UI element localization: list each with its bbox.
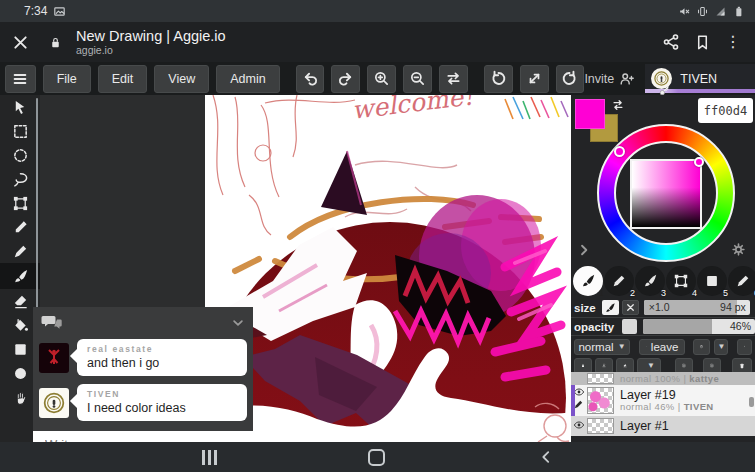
trash-icon [739, 360, 745, 372]
main-menu-button[interactable] [5, 65, 36, 93]
battery-icon [732, 5, 745, 18]
invite-label: Invite [584, 72, 614, 86]
lasso-icon [12, 171, 29, 188]
toolbar-scrollbar[interactable] [36, 98, 38, 330]
back-button[interactable] [538, 449, 554, 465]
zoom-in-button[interactable] [367, 65, 396, 93]
user-chip-tiven[interactable]: TIVEN [645, 64, 755, 93]
tool-slot-4-transform[interactable]: 4 [666, 266, 696, 296]
screenshot-icon [53, 5, 66, 18]
size-row: size ×1.0 94 px [571, 299, 755, 316]
opacity-label: opacity [571, 321, 614, 333]
undo-icon [302, 70, 319, 87]
menu-admin[interactable]: Admin [216, 65, 279, 93]
duplicate-layer-button[interactable] [693, 339, 710, 355]
invite-button[interactable]: Invite [584, 71, 635, 87]
opacity-value: 46% [730, 320, 751, 332]
caret-down-icon: ▼ [717, 342, 725, 351]
hue-selector[interactable] [614, 146, 625, 157]
color-and-layers-panel: ff00d4 1 [571, 95, 755, 442]
tool-pencil[interactable] [0, 239, 40, 263]
blend-mode-dropdown[interactable]: normal ▼ [574, 339, 630, 355]
visibility-eye-icon[interactable] [573, 420, 585, 430]
tool-eyedropper[interactable] [0, 215, 40, 239]
tool-slot-6-pencil[interactable]: 6 [728, 266, 755, 296]
reset-zoom-button[interactable] [520, 65, 549, 93]
opacity-swatch-button[interactable] [622, 319, 637, 334]
divider [571, 335, 755, 336]
clock: 7:34 [24, 4, 47, 18]
redo-button[interactable] [331, 65, 360, 93]
hex-color-input[interactable]: ff00d4 [698, 98, 753, 123]
eraser-icon [12, 293, 29, 310]
drawing-canvas[interactable]: welcome! [205, 95, 571, 442]
brush-icon [12, 268, 29, 285]
browser-menu-icon[interactable]: ⋮ [725, 34, 741, 50]
size-reset-button[interactable] [622, 300, 639, 315]
vibrate-icon [696, 5, 709, 18]
message-text: I need color ideas [87, 401, 237, 415]
rotate-ccw-button[interactable] [484, 65, 513, 93]
zoom-in-icon [373, 70, 390, 87]
flip-canvas-button[interactable] [439, 65, 468, 93]
tool-slot-3-brush[interactable]: 3 [635, 266, 665, 296]
add-layer-button[interactable] [737, 339, 752, 355]
undo-button[interactable] [296, 65, 325, 93]
color-settings-gear-icon[interactable] [731, 242, 746, 257]
hue-wheel[interactable] [597, 124, 735, 262]
page-down-icon [682, 360, 686, 371]
aggie-io-screen: 7:34 [0, 0, 755, 472]
tool-slot-1-brush[interactable]: 1 [573, 266, 603, 296]
size-slider[interactable]: ×1.0 94 px [644, 300, 750, 315]
page-url: aggie.io [76, 44, 662, 56]
tool-move[interactable] [0, 95, 40, 119]
layers-scroll-indicator[interactable] [571, 385, 575, 416]
secure-site-indicator[interactable] [40, 35, 70, 50]
tool-transform[interactable] [0, 191, 40, 215]
layer-row-1[interactable]: Layer #1 [571, 416, 755, 436]
saturation-value-square[interactable] [630, 159, 702, 229]
tool-slot-5-square[interactable]: 5 [697, 266, 727, 296]
leave-session-button[interactable]: leave [639, 339, 685, 355]
layer-row-19-selected[interactable]: Layer #19 normal 46% | TIVEN [571, 385, 755, 416]
tool-ellipse-select[interactable] [0, 143, 40, 167]
eyedropper-icon [12, 219, 29, 236]
duplicate-icon [700, 341, 703, 352]
size-brush-button[interactable] [602, 300, 619, 315]
opacity-slider[interactable]: 46% [643, 319, 755, 334]
zoom-out-button[interactable] [403, 65, 432, 93]
tiven-logo-icon [42, 391, 66, 415]
rotate-cw-button[interactable] [556, 65, 585, 93]
redo-icon [337, 70, 354, 87]
primary-color-swatch[interactable] [575, 99, 605, 129]
opacity-row: opacity 46% [571, 318, 755, 335]
swap-colors-icon[interactable] [611, 98, 625, 112]
menu-edit[interactable]: Edit [98, 65, 148, 93]
recents-button[interactable] [202, 450, 217, 465]
duplicate-options-dropdown[interactable]: ▼ [714, 339, 728, 355]
add-layer-icon [744, 341, 745, 352]
x-icon [626, 303, 635, 312]
caret-down-icon: ▼ [647, 361, 655, 370]
tool-brush-selected[interactable] [0, 263, 40, 289]
square-shape-icon [704, 273, 720, 289]
slot-number: 2 [630, 288, 635, 298]
collapse-chat-chevron-icon[interactable] [231, 316, 245, 330]
home-button[interactable] [368, 449, 385, 466]
share-icon[interactable] [662, 33, 680, 51]
bookmark-icon[interactable] [694, 34, 711, 51]
collapse-panel-chevron-icon[interactable] [577, 243, 591, 257]
menu-view[interactable]: View [154, 65, 209, 93]
sv-selector[interactable] [694, 157, 704, 167]
pencil-icon [735, 273, 751, 289]
tool-marquee-select[interactable] [0, 119, 40, 143]
layers-scrollbar-handle[interactable] [749, 397, 754, 407]
caret-down-icon: ▼ [618, 342, 626, 351]
tool-lasso[interactable] [0, 167, 40, 191]
tool-slot-2-pencil[interactable]: 2 [604, 266, 634, 296]
close-tab-button[interactable] [0, 34, 40, 51]
user-name: TIVEN [680, 72, 717, 86]
marquee-select-icon [12, 123, 29, 140]
menu-file[interactable]: File [43, 65, 91, 93]
layer-row-kattye[interactable]: normal 100% | kattye [571, 372, 755, 385]
